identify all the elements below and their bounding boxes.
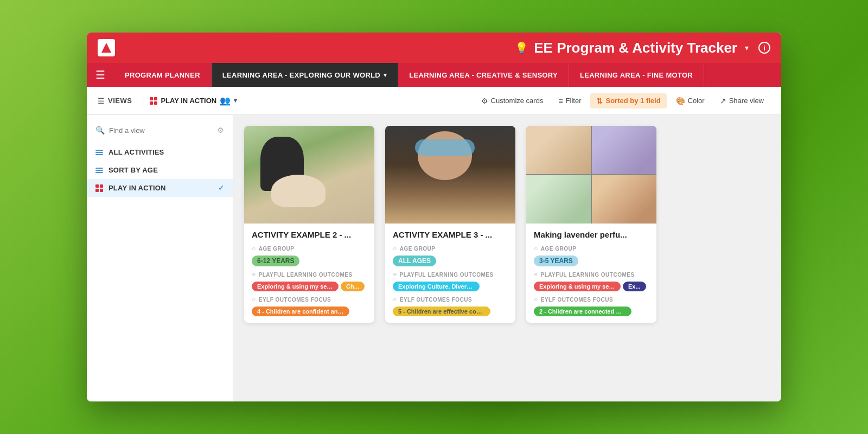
app-logo[interactable] — [98, 39, 115, 56]
header-title-area: 💡 EE Program & Activity Tracker ▾ i — [515, 40, 770, 56]
age-group-label-3: ○ AGE GROUP — [534, 245, 649, 252]
age-badge-1: 6-12 YEARS — [252, 256, 299, 266]
card-image-3 — [526, 126, 656, 224]
sidebar-label-play-in-action: PLAY IN ACTION — [108, 184, 166, 192]
card-body-1: ACTIVITY EXAMPLE 2 - ... ○ AGE GROUP 6-1… — [244, 224, 374, 323]
card-activity-example-3[interactable]: ACTIVITY EXAMPLE 3 - ... ○ AGE GROUP ALL… — [385, 126, 515, 323]
sidebar-item-sort-by-age[interactable]: SORT BY AGE — [87, 161, 233, 179]
tab-exploring-our-world[interactable]: LEARNING AREA - EXPLORING OUR WORLD ▾ — [212, 63, 399, 87]
outcome-badges-2: Exploring Culture, Diversity & ... — [393, 282, 508, 291]
toolbar-divider-1 — [143, 93, 143, 108]
people-icon: 👥 — [220, 95, 231, 106]
age-badge-2: ALL AGES — [393, 256, 436, 266]
card-title-2: ACTIVITY EXAMPLE 3 - ... — [393, 230, 508, 239]
outcome-badge-3-1: Ex... — [623, 282, 646, 291]
sidebar-item-play-in-action[interactable]: PLAY IN ACTION ✓ — [87, 179, 233, 197]
age-field-icon-1: ○ — [252, 245, 256, 252]
playful-field-icon-1: ≡ — [252, 271, 256, 278]
sidebar-search-area: 🔍 ⚙ — [87, 122, 233, 139]
tab-creative-sensory[interactable]: LEARNING AREA - CREATIVE & SENSORY — [398, 63, 569, 87]
nav-tabs: ☰ PROGRAM PLANNER LEARNING AREA - EXPLOR… — [87, 63, 781, 87]
color-icon: 🎨 — [676, 97, 685, 105]
view-chevron-icon: ▾ — [234, 97, 237, 104]
hamburger-menu[interactable]: ☰ — [87, 63, 114, 87]
sort-icon: ⇅ — [596, 97, 603, 105]
customize-cards-button[interactable]: ⚙ Customize cards — [475, 93, 550, 108]
eylf-field-icon-2: ○ — [393, 296, 397, 303]
grid-view-icon — [150, 97, 157, 105]
active-checkmark: ✓ — [218, 184, 224, 192]
views-label: VIEWS — [108, 97, 132, 105]
eylf-badge-1-0: 4 - Children are confident and i... — [252, 307, 349, 316]
tab-arrow-icon: ▾ — [384, 72, 387, 79]
outcome-badges-3: Exploring & using my senses Ex... — [534, 282, 649, 291]
playful-field-icon-3: ≡ — [534, 271, 538, 278]
card-image-3-q2 — [592, 126, 656, 174]
cards-area: ACTIVITY EXAMPLE 2 - ... ○ AGE GROUP 6-1… — [233, 115, 781, 401]
toolbar: ☰ VIEWS PLAY IN ACTION 👥 ▾ ⚙ Customize c… — [87, 87, 781, 115]
eylf-label-2: ○ EYLF OUTCOMES FOCUS — [393, 296, 508, 303]
card-image-1 — [244, 126, 374, 224]
customize-icon: ⚙ — [481, 97, 488, 105]
playful-label-1: ≡ PLAYFUL LEARNING OUTCOMES — [252, 271, 367, 278]
outcome-badge-1-0: Exploring & using my senses — [252, 282, 339, 291]
card-image-3-q1 — [526, 126, 591, 174]
age-group-label-2: ○ AGE GROUP — [393, 245, 508, 252]
tab-program-planner[interactable]: PROGRAM PLANNER — [114, 63, 212, 87]
eylf-badge-3-0: 2 - Children are connected wit... — [534, 307, 631, 316]
outcome-badge-2-0: Exploring Culture, Diversity & ... — [393, 282, 480, 291]
sidebar-label-sort-by-age: SORT BY AGE — [108, 166, 158, 174]
sort-button[interactable]: ⇅ Sorted by 1 field — [590, 93, 667, 108]
tab-fine-motor[interactable]: LEARNING AREA - FINE MOTOR — [569, 63, 704, 87]
info-icon[interactable]: i — [758, 42, 770, 54]
age-field-icon-2: ○ — [393, 245, 397, 252]
filter-icon: ≡ — [558, 97, 563, 105]
search-input[interactable] — [109, 126, 213, 135]
sidebar-item-all-activities[interactable]: ALL ACTIVITIES — [87, 143, 233, 161]
app-window: 💡 EE Program & Activity Tracker ▾ i ☰ PR… — [87, 33, 781, 401]
age-group-label-1: ○ AGE GROUP — [252, 245, 367, 252]
sidebar: 🔍 ⚙ ALL ACTIVITIES SORT BY AGE — [87, 115, 233, 401]
card-lavender-perfume[interactable]: Making lavender perfu... ○ AGE GROUP 3-5… — [526, 126, 656, 323]
eylf-badges-3: 2 - Children are connected wit... — [534, 307, 649, 316]
title-dropdown-icon[interactable]: ▾ — [745, 43, 749, 52]
card-title-1: ACTIVITY EXAMPLE 2 - ... — [252, 230, 367, 239]
outcome-badge-3-0: Exploring & using my senses — [534, 282, 621, 291]
eylf-badge-2-0: 5 - Children are effective com... — [393, 307, 490, 316]
playful-label-2: ≡ PLAYFUL LEARNING OUTCOMES — [393, 271, 508, 278]
list-icon-sort-by-age — [95, 168, 103, 173]
card-image-2 — [385, 126, 515, 224]
outcome-badges-1: Exploring & using my senses Ch... — [252, 282, 367, 291]
card-image-3-q3 — [526, 175, 591, 224]
share-view-button[interactable]: ↗ Share view — [713, 93, 770, 108]
eylf-badges-1: 4 - Children are confident and i... — [252, 307, 367, 316]
main-content: 🔍 ⚙ ALL ACTIVITIES SORT BY AGE — [87, 115, 781, 401]
eylf-field-icon-1: ○ — [252, 296, 256, 303]
eylf-label-1: ○ EYLF OUTCOMES FOCUS — [252, 296, 367, 303]
share-icon: ↗ — [720, 97, 726, 105]
grid-icon-play-in-action — [95, 184, 103, 192]
active-view-label[interactable]: PLAY IN ACTION 👥 ▾ — [150, 95, 237, 106]
card-activity-example-2[interactable]: ACTIVITY EXAMPLE 2 - ... ○ AGE GROUP 6-1… — [244, 126, 374, 323]
app-title: EE Program & Activity Tracker — [534, 40, 737, 56]
views-icon: ☰ — [98, 97, 105, 105]
playful-field-icon-2: ≡ — [393, 271, 397, 278]
bulb-icon: 💡 — [515, 41, 528, 54]
eylf-label-3: ○ EYLF OUTCOMES FOCUS — [534, 296, 649, 303]
views-section: ☰ VIEWS — [98, 97, 132, 105]
age-badge-3: 3-5 YEARS — [534, 256, 578, 266]
filter-button[interactable]: ≡ Filter — [552, 93, 588, 108]
list-icon-all-activities — [95, 150, 103, 155]
app-header: 💡 EE Program & Activity Tracker ▾ i — [87, 33, 781, 63]
eylf-badges-2: 5 - Children are effective com... — [393, 307, 508, 316]
card-body-2: ACTIVITY EXAMPLE 3 - ... ○ AGE GROUP ALL… — [385, 224, 515, 323]
color-button[interactable]: 🎨 Color — [669, 93, 711, 108]
card-image-3-q4 — [592, 175, 656, 224]
playful-label-3: ≡ PLAYFUL LEARNING OUTCOMES — [534, 271, 649, 278]
card-title-3: Making lavender perfu... — [534, 230, 649, 239]
logo-icon — [101, 43, 111, 53]
card-body-3: Making lavender perfu... ○ AGE GROUP 3-5… — [526, 224, 656, 323]
settings-icon[interactable]: ⚙ — [217, 126, 224, 135]
sidebar-label-all-activities: ALL ACTIVITIES — [108, 148, 164, 156]
age-field-icon-3: ○ — [534, 245, 538, 252]
